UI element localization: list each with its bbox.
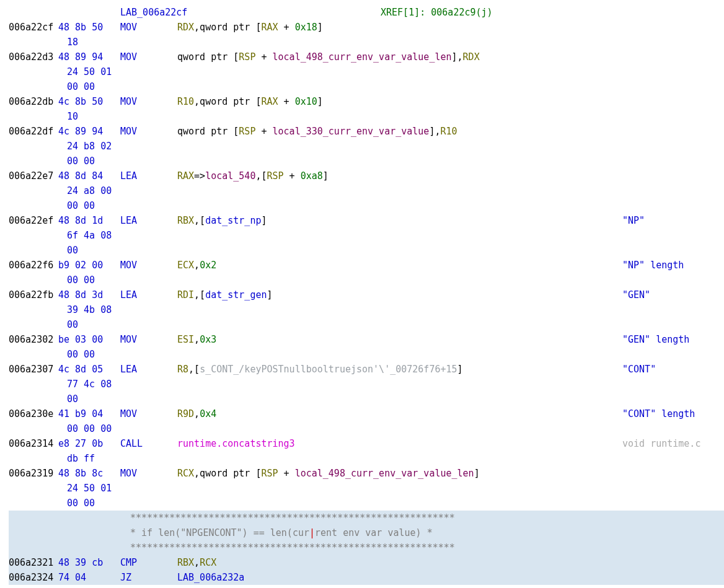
eol-comment: "NP" — [622, 213, 645, 228]
mnemonic: CALL — [120, 436, 177, 451]
bytes-continuation: 24 a8 00 — [9, 183, 724, 198]
operands: qword ptr [RSP + local_498_curr_env_var_… — [177, 50, 480, 64]
mnemonic: MOV — [120, 94, 177, 109]
bytes-continuation: 24 50 01 — [9, 64, 724, 79]
address: 006a22f6 — [9, 258, 58, 273]
operands: qword ptr [RSP + local_330_curr_env_var_… — [177, 124, 457, 139]
operands: ECX,0x2 — [177, 258, 216, 273]
bytes: e8 27 0b — [58, 436, 120, 451]
mnemonic: JZ — [120, 570, 177, 585]
eol-comment: "CONT" — [622, 362, 656, 377]
bytes: be 03 00 — [58, 332, 120, 347]
plate-comment-line: ****************************************… — [9, 540, 724, 555]
operands: LAB_006a232a — [177, 570, 244, 585]
bytes-continuation: 00 00 — [9, 496, 724, 511]
bytes: 4c 89 94 — [58, 124, 120, 139]
instruction-row[interactable]: 006a231948 8b 8cMOVRCX,qword ptr [RSP + … — [9, 466, 724, 481]
bytes-continuation: 00 — [9, 243, 724, 258]
bytes: 48 8b 8c — [58, 466, 120, 481]
label-name[interactable]: LAB_006a22cf — [120, 5, 381, 20]
operands: R9D,0x4 — [177, 406, 216, 421]
bytes-continuation: 00 00 00 — [9, 421, 724, 436]
instruction-row[interactable]: 006a232474 04JZLAB_006a232a — [9, 570, 724, 585]
address: 006a22ef — [9, 213, 58, 228]
operands: runtime.concatstring3 — [177, 436, 295, 451]
instruction-row[interactable]: 006a2302be 03 00MOVESI,0x3"GEN" length — [9, 332, 724, 347]
operands: R8,[s_CONT_/keyPOSTnullbooltruejson'\'_0… — [177, 362, 463, 377]
address: 006a22df — [9, 124, 58, 139]
address: 006a2302 — [9, 332, 58, 347]
operands: RBX,RCX — [177, 555, 216, 570]
bytes-continuation: 00 00 — [9, 347, 724, 362]
bytes: 74 04 — [58, 570, 120, 585]
plate-comment-line: * if len("NPGENCONT") == len(cur|rent en… — [9, 525, 724, 540]
bytes-continuation: db ff — [9, 451, 724, 466]
bytes: 48 8d 3d — [58, 287, 120, 302]
bytes-continuation: 77 4c 08 — [9, 377, 724, 392]
instruction-row[interactable]: 006a232148 39 cbCMPRBX,RCX — [9, 555, 724, 570]
mnemonic: MOV — [120, 466, 177, 481]
bytes: b9 02 00 — [58, 258, 120, 273]
operands: ESI,0x3 — [177, 332, 216, 347]
operands: RDI,[dat_str_gen] — [177, 287, 273, 302]
address: 006a2319 — [9, 466, 58, 481]
mnemonic: MOV — [120, 258, 177, 273]
bytes-continuation: 00 — [9, 392, 724, 406]
instruction-row[interactable]: 006a22cf48 8b 50MOVRDX,qword ptr [RAX + … — [9, 20, 724, 35]
instruction-row[interactable]: 006a22f6b9 02 00MOVECX,0x2"NP" length — [9, 258, 724, 273]
mnemonic: MOV — [120, 406, 177, 421]
address: 006a22d3 — [9, 50, 58, 64]
mnemonic: MOV — [120, 124, 177, 139]
instruction-row[interactable]: 006a22ef48 8d 1dLEARBX,[dat_str_np]"NP" — [9, 213, 724, 228]
xref-tag: XREF[1]: — [381, 7, 425, 18]
mnemonic: MOV — [120, 332, 177, 347]
eol-comment: "GEN" length — [622, 332, 689, 347]
eol-comment: void runtime.c — [622, 436, 700, 451]
bytes: 4c 8b 50 — [58, 94, 120, 109]
bytes-continuation: 00 00 — [9, 198, 724, 213]
instruction-row[interactable]: 006a22d348 89 94MOVqword ptr [RSP + loca… — [9, 50, 724, 64]
bytes-continuation: 24 50 01 — [9, 481, 724, 496]
instruction-row[interactable]: 006a23074c 8d 05LEAR8,[s_CONT_/keyPOSTnu… — [9, 362, 724, 377]
disassembly-listing: LAB_006a22cfXREF[1]: 006a22c9(j)006a22cf… — [9, 5, 724, 585]
address: 006a22db — [9, 94, 58, 109]
mnemonic: LEA — [120, 169, 177, 183]
bytes: 48 8b 50 — [58, 20, 120, 35]
bytes: 48 39 cb — [58, 555, 120, 570]
label-header: LAB_006a22cfXREF[1]: 006a22c9(j) — [9, 5, 724, 20]
bytes: 4c 8d 05 — [58, 362, 120, 377]
bytes: 48 8d 84 — [58, 169, 120, 183]
bytes-continuation: 24 b8 02 — [9, 139, 724, 154]
bytes-continuation: 18 — [9, 35, 724, 50]
instruction-row[interactable]: 006a230e41 b9 04MOVR9D,0x4"CONT" length — [9, 406, 724, 421]
instruction-row[interactable]: 006a22fb48 8d 3dLEARDI,[dat_str_gen]"GEN… — [9, 287, 724, 302]
instruction-row[interactable]: 006a22e748 8d 84LEARAX=>local_540,[RSP +… — [9, 169, 724, 183]
address: 006a22fb — [9, 287, 58, 302]
text-cursor: | — [309, 527, 315, 538]
eol-comment: "NP" length — [622, 258, 684, 273]
eol-comment: "GEN" — [622, 287, 650, 302]
operands: RBX,[dat_str_np] — [177, 213, 267, 228]
instruction-row[interactable]: 006a22df4c 89 94MOVqword ptr [RSP + loca… — [9, 124, 724, 139]
mnemonic: LEA — [120, 287, 177, 302]
bytes-continuation: 6f 4a 08 — [9, 228, 724, 243]
address: 006a230e — [9, 406, 58, 421]
bytes: 41 b9 04 — [58, 406, 120, 421]
bytes-continuation: 00 00 — [9, 154, 724, 169]
xref-location[interactable]: 006a22c9(j) — [431, 7, 492, 18]
bytes-continuation: 00 00 — [9, 79, 724, 94]
address: 006a22cf — [9, 20, 58, 35]
mnemonic: MOV — [120, 50, 177, 64]
bytes-continuation: 10 — [9, 109, 724, 124]
bytes: 48 89 94 — [58, 50, 120, 64]
instruction-row[interactable]: 006a2314e8 27 0bCALLruntime.concatstring… — [9, 436, 724, 451]
operands: R10,qword ptr [RAX + 0x10] — [177, 94, 323, 109]
instruction-row[interactable]: 006a22db4c 8b 50MOVR10,qword ptr [RAX + … — [9, 94, 724, 109]
mnemonic: LEA — [120, 213, 177, 228]
mnemonic: CMP — [120, 555, 177, 570]
address: 006a2307 — [9, 362, 58, 377]
operands: RDX,qword ptr [RAX + 0x18] — [177, 20, 323, 35]
mnemonic: LEA — [120, 362, 177, 377]
address: 006a2314 — [9, 436, 58, 451]
eol-comment: "CONT" length — [622, 406, 695, 421]
